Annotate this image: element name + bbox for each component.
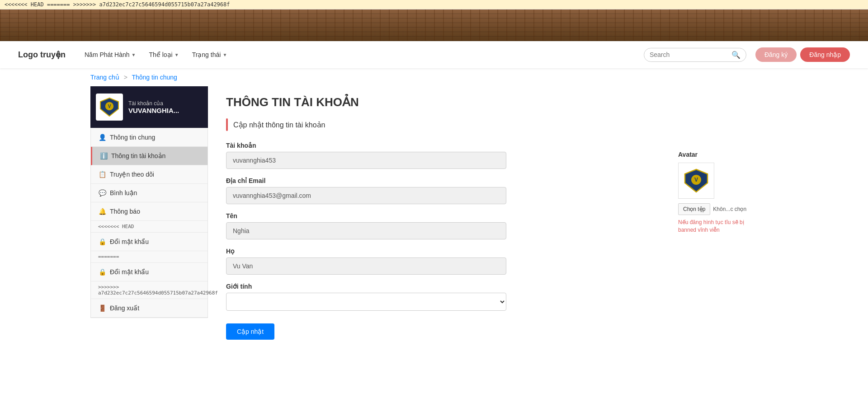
sidebar-item-binh-luan[interactable]: 💬 Bình luận bbox=[91, 184, 208, 202]
ho-label: Họ bbox=[226, 248, 660, 255]
sidebar: V Tài khoản của VUVANNGHIA... 👤 Thông ti… bbox=[90, 86, 208, 403]
gioi-tinh-select[interactable]: Nam Nữ Khác bbox=[226, 293, 506, 311]
form-group-tai-khoan: Tài khoản bbox=[226, 142, 660, 169]
sidebar-item-label: Thông tin tài khoản bbox=[111, 152, 165, 159]
sidebar-profile: V Tài khoản của VUVANNGHIA... bbox=[90, 86, 208, 128]
sidebar-item-doi-mat-khau-1[interactable]: 🔒 Đổi mật khẩu bbox=[91, 233, 208, 251]
sidebar-item-label: Đổi mật khẩu bbox=[110, 268, 149, 276]
breadcrumb-home[interactable]: Trang chủ bbox=[90, 74, 119, 81]
sidebar-git-conflict-head: <<<<<<< HEAD bbox=[91, 221, 208, 233]
site-logo[interactable]: Logo truyện bbox=[18, 50, 66, 60]
sidebar-item-label: Truyện theo dõi bbox=[110, 171, 154, 178]
content-row: Tài khoản Địa chỉ Email Tên Họ bbox=[226, 142, 760, 340]
tai-khoan-input[interactable] bbox=[226, 152, 506, 169]
sidebar-item-dang-xuat[interactable]: 🚪 Đăng xuất bbox=[91, 299, 208, 318]
form-group-gioi-tinh: Giới tính Nam Nữ Khác bbox=[226, 283, 660, 311]
sidebar-item-label: Thông tin chung bbox=[110, 134, 155, 141]
breadcrumb-separator: > bbox=[124, 74, 127, 81]
nav-the-loai[interactable]: Thể loại ▼ bbox=[144, 47, 184, 62]
avatar-section: Avatar V Chọn tệp Khôn...c chọn Nếu đăng… bbox=[678, 151, 760, 234]
banner-overlay bbox=[0, 9, 868, 41]
register-button[interactable]: Đăng ký bbox=[755, 47, 797, 62]
sidebar-navigation: 👤 Thông tin chung ℹ️ Thông tin tài khoản… bbox=[90, 128, 208, 318]
user-icon: 👤 bbox=[98, 134, 106, 141]
breadcrumb-current: Thông tin chung bbox=[132, 74, 177, 81]
choose-file-button[interactable]: Chọn tệp bbox=[678, 203, 710, 215]
git-conflict-bar: <<<<<<< HEAD ======= >>>>>>> a7d232ec7c2… bbox=[0, 0, 868, 9]
nav-menu: Năm Phát Hành ▼ Thể loại ▼ Trạng thái ▼ bbox=[79, 47, 644, 62]
avatar-warning: Nếu đăng hình tục tĩu sẽ bị banned vĩnh … bbox=[678, 219, 750, 234]
comment-icon: 💬 bbox=[98, 189, 106, 196]
search-icon: 🔍 bbox=[731, 51, 741, 59]
sidebar-item-label: Đổi mật khẩu bbox=[110, 238, 149, 245]
breadcrumb: Trang chủ > Thông tin chung bbox=[0, 68, 868, 86]
search-input[interactable] bbox=[650, 51, 729, 58]
bell-icon: 🔔 bbox=[98, 208, 106, 215]
no-file-text: Khôn...c chọn bbox=[713, 206, 746, 212]
chevron-down-icon: ▼ bbox=[222, 52, 227, 57]
svg-text:V: V bbox=[108, 104, 111, 109]
nav-trang-thai[interactable]: Trạng thái ▼ bbox=[187, 47, 233, 62]
navbar: Logo truyện Năm Phát Hành ▼ Thể loại ▼ T… bbox=[0, 41, 868, 68]
email-input[interactable] bbox=[226, 187, 506, 204]
avatar: V bbox=[96, 94, 123, 121]
main-container: V Tài khoản của VUVANNGHIA... 👤 Thông ti… bbox=[0, 86, 868, 403]
main-content: THÔNG TIN TÀI KHOẢN Cập nhật thông tin t… bbox=[208, 86, 778, 403]
subtitle-text: Cập nhật thông tin tài khoản bbox=[233, 121, 325, 129]
nav-nam-phat-hanh[interactable]: Năm Phát Hành ▼ bbox=[79, 47, 142, 62]
avatar-label: Avatar bbox=[678, 151, 760, 158]
avatar-file-row: Chọn tệp Khôn...c chọn bbox=[678, 203, 760, 215]
info-icon: ℹ️ bbox=[99, 152, 108, 159]
sidebar-item-doi-mat-khau-2[interactable]: 🔒 Đổi mật khẩu bbox=[91, 263, 208, 281]
sidebar-profile-label: Tài khoản của bbox=[128, 100, 179, 107]
tai-khoan-label: Tài khoản bbox=[226, 142, 660, 149]
sidebar-item-thong-tin-chung[interactable]: 👤 Thông tin chung bbox=[91, 128, 208, 147]
gioi-tinh-label: Giới tính bbox=[226, 283, 660, 290]
sidebar-item-label: Bình luận bbox=[110, 189, 137, 196]
sidebar-item-label: Thông báo bbox=[110, 208, 140, 215]
form-group-email: Địa chỉ Email bbox=[226, 177, 660, 204]
form-group-ho: Họ bbox=[226, 248, 660, 275]
sidebar-item-truyen-theo-doi[interactable]: 📋 Truyện theo dõi bbox=[91, 165, 208, 184]
lock-icon: 🔒 bbox=[98, 268, 106, 276]
sidebar-profile-name: VUVANNGHIA... bbox=[128, 107, 179, 114]
sidebar-item-thong-bao[interactable]: 🔔 Thông báo bbox=[91, 202, 208, 221]
email-label: Địa chỉ Email bbox=[226, 177, 660, 184]
svg-text:V: V bbox=[694, 177, 698, 183]
sidebar-git-conflict-equals: ======= bbox=[91, 251, 208, 263]
chevron-down-icon: ▼ bbox=[175, 52, 179, 57]
ten-input[interactable] bbox=[226, 222, 506, 239]
ten-label: Tên bbox=[226, 212, 660, 220]
ho-input[interactable] bbox=[226, 257, 506, 275]
login-button[interactable]: Đăng nhập bbox=[800, 47, 850, 62]
subtitle-bar bbox=[226, 118, 228, 131]
logout-icon: 🚪 bbox=[98, 304, 106, 312]
chevron-down-icon: ▼ bbox=[132, 52, 136, 57]
sidebar-item-thong-tin-tai-khoan[interactable]: ℹ️ Thông tin tài khoản bbox=[91, 147, 208, 165]
section-subtitle: Cập nhật thông tin tài khoản bbox=[226, 118, 760, 131]
lock-icon: 🔒 bbox=[98, 238, 106, 245]
search-box: 🔍 bbox=[644, 48, 746, 62]
sidebar-profile-info: Tài khoản của VUVANNGHIA... bbox=[128, 100, 179, 114]
sidebar-item-label: Đăng xuất bbox=[110, 304, 139, 312]
form-group-ten: Tên bbox=[226, 212, 660, 239]
account-form: Tài khoản Địa chỉ Email Tên Họ bbox=[226, 142, 660, 340]
update-button[interactable]: Cập nhật bbox=[226, 323, 274, 340]
page-title: THÔNG TIN TÀI KHOẢN bbox=[226, 95, 760, 109]
hero-banner bbox=[0, 9, 868, 41]
sidebar-git-conflict-end: >>>>>>> a7d232ec7c27c5646594d055715b07a2… bbox=[91, 281, 208, 299]
list-icon: 📋 bbox=[98, 171, 106, 178]
avatar-preview: V bbox=[678, 163, 714, 199]
